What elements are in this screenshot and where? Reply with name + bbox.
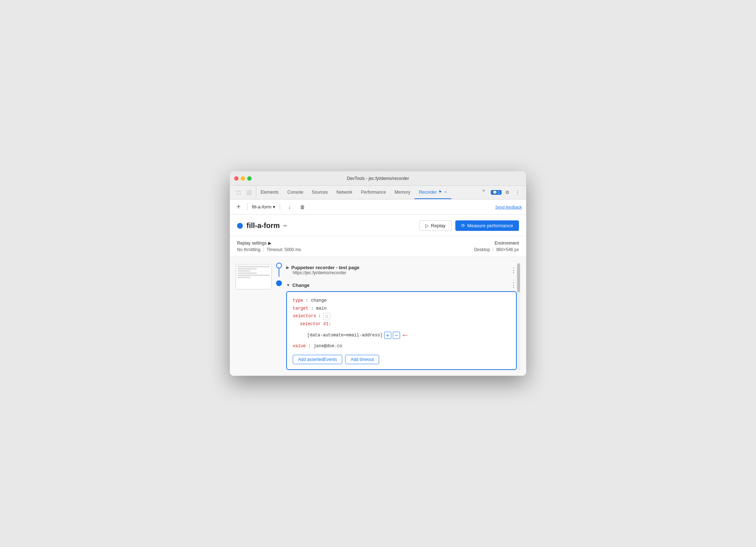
thumb-line-3: [237, 270, 250, 272]
step-1-title: Puppeteer recorder - test page: [291, 265, 360, 270]
step-1-row: ▶ Puppeteer recorder - test page https:/…: [275, 263, 517, 277]
toolbar-separator: [247, 203, 248, 211]
dt-left-icons: ⬚ ⬜: [231, 186, 256, 199]
thumbnail-content: [236, 264, 271, 289]
change-expand[interactable]: ▼ Change: [286, 283, 310, 288]
code-selector-val: [data-automate=email-address]: [307, 332, 383, 340]
replay-settings-section: Replay settings ▶ No throttling Timeout:…: [237, 241, 301, 252]
step-1-title-area: ▶ Puppeteer recorder - test page https:/…: [286, 265, 360, 275]
selector-picker-icon: ⬚: [326, 314, 327, 319]
code-block: type : change target : main: [293, 297, 510, 350]
step-1-header: ▶ Puppeteer recorder - test page https:/…: [286, 263, 517, 277]
edit-title-icon[interactable]: ✏: [283, 223, 288, 229]
code-selector-num-row: selector #1:: [293, 320, 510, 328]
change-collapse-icon: ▼: [286, 283, 290, 287]
timeline-node-1: [276, 263, 282, 268]
code-selector-value-row: [data-automate=email-address] + − ←: [293, 328, 510, 343]
traffic-lights: [234, 176, 252, 181]
dt-right-icons: 💬 1 ⚙ ⋮: [488, 186, 525, 199]
recorder-icon: ⚑: [438, 190, 442, 194]
cursor-icon[interactable]: ⬚: [234, 188, 243, 197]
send-feedback-link[interactable]: Send feedback: [495, 205, 522, 209]
scrollbar-track[interactable]: [517, 263, 520, 370]
replay-settings-title[interactable]: Replay settings ▶: [237, 241, 301, 246]
code-selectors-row: selectors : ⬚: [293, 313, 510, 320]
code-value-key: value: [293, 344, 306, 349]
tab-close-icon[interactable]: ✕: [444, 190, 447, 194]
code-selectors-sep: :: [318, 313, 321, 320]
change-card: type : change target : main: [286, 291, 517, 370]
step-1-more-button[interactable]: ⋮: [510, 267, 517, 274]
tab-memory[interactable]: Memory: [390, 186, 414, 199]
settings-detail-row: No throttling Timeout: 5000 ms: [237, 247, 301, 252]
recording-title: fill-a-form: [246, 221, 280, 230]
settings-icon[interactable]: ⚙: [503, 188, 512, 197]
remove-selector-button[interactable]: −: [393, 332, 400, 339]
tab-network[interactable]: Network: [332, 186, 357, 199]
timeline: ▶ Puppeteer recorder - test page https:/…: [275, 263, 517, 370]
more-options-icon[interactable]: ⋮: [513, 188, 522, 197]
tab-recorder[interactable]: Recorder ⚑ ✕: [414, 186, 451, 199]
selector-value-row: [data-automate=email-address] + − ←: [307, 328, 510, 343]
step-1-content: ▶ Puppeteer recorder - test page https:/…: [286, 263, 517, 277]
add-timeout-button[interactable]: Add timeout: [345, 355, 379, 364]
add-selector-button[interactable]: +: [384, 332, 391, 339]
code-selectors-key: selectors: [293, 313, 316, 320]
arrow-indicator: ←: [403, 328, 408, 343]
chat-icon: 💬: [493, 190, 497, 194]
code-target-key: target: [293, 306, 308, 311]
download-recording-button[interactable]: ↓: [284, 202, 295, 212]
step-2-content: ▼ Change ⋮ type :: [286, 280, 517, 370]
maximize-button[interactable]: [247, 176, 252, 181]
tab-performance[interactable]: Performance: [357, 186, 390, 199]
code-target-sep: :: [311, 306, 316, 311]
tab-console[interactable]: Console: [283, 186, 308, 199]
env-separator: [493, 247, 493, 252]
thumb-line-1: [237, 266, 270, 267]
recorder-action-buttons: ▷ Replay ⟳ Measure performance: [419, 220, 519, 231]
devtools-window: DevTools - jec.fyi/demo/recorder ⬚ ⬜ Ele…: [230, 171, 526, 376]
add-asserted-events-button[interactable]: Add assertedEvents: [293, 355, 342, 364]
title-bar: DevTools - jec.fyi/demo/recorder: [230, 171, 526, 186]
measure-performance-button[interactable]: ⟳ Measure performance: [455, 220, 519, 231]
chat-badge[interactable]: 💬 1: [491, 190, 502, 195]
selector-picker-button[interactable]: ⬚: [323, 313, 330, 320]
code-type-value: change: [311, 298, 326, 303]
scrollbar-thumb[interactable]: [517, 263, 520, 292]
code-value-sep: :: [308, 344, 313, 349]
code-selector-num: selector #1:: [300, 322, 331, 327]
delete-recording-button[interactable]: 🗑: [297, 202, 308, 212]
window-title: DevTools - jec.fyi/demo/recorder: [347, 176, 409, 181]
environment-title: Environment: [495, 241, 519, 246]
environment-section: Environment Desktop 960×546 px: [474, 241, 519, 252]
minimize-button[interactable]: [241, 176, 245, 181]
code-target-value: main: [316, 306, 327, 311]
tab-sources[interactable]: Sources: [308, 186, 332, 199]
close-button[interactable]: [234, 176, 239, 181]
dropdown-icon: ▾: [273, 204, 275, 210]
step-2-row: ▼ Change ⋮ type :: [275, 280, 517, 370]
thumb-line-6: [237, 277, 250, 278]
recording-selector[interactable]: fill-a-form ▾: [252, 204, 275, 210]
devtools-tabs-bar: ⬚ ⬜ Elements Console Sources Network Per…: [230, 186, 526, 199]
change-header-row: ▼ Change ⋮: [286, 280, 517, 291]
thumb-line-4: [237, 272, 257, 274]
code-type-key: type: [293, 298, 303, 303]
step-1-collapse-icon: ▶: [286, 265, 289, 270]
change-title: Change: [292, 283, 310, 288]
more-tabs-button[interactable]: »: [479, 186, 488, 194]
timeline-col-1: [275, 263, 283, 277]
page-thumbnail: [236, 264, 272, 289]
measure-icon: ⟳: [461, 223, 465, 228]
tab-elements[interactable]: Elements: [256, 186, 283, 199]
step-1-expand[interactable]: ▶ Puppeteer recorder - test page: [286, 265, 360, 270]
settings-separator: [263, 247, 264, 252]
code-type-row: type : change: [293, 297, 510, 305]
recorder-toolbar: + fill-a-form ▾ ↓ 🗑 Send feedback: [230, 199, 526, 215]
replay-button[interactable]: ▷ Replay: [419, 220, 451, 231]
add-recording-button[interactable]: +: [234, 203, 243, 211]
device-icon[interactable]: ⬜: [244, 188, 253, 197]
change-more-button[interactable]: ⋮: [510, 282, 517, 288]
settings-bar: Replay settings ▶ No throttling Timeout:…: [230, 236, 526, 257]
recording-status-dot: [237, 223, 243, 229]
